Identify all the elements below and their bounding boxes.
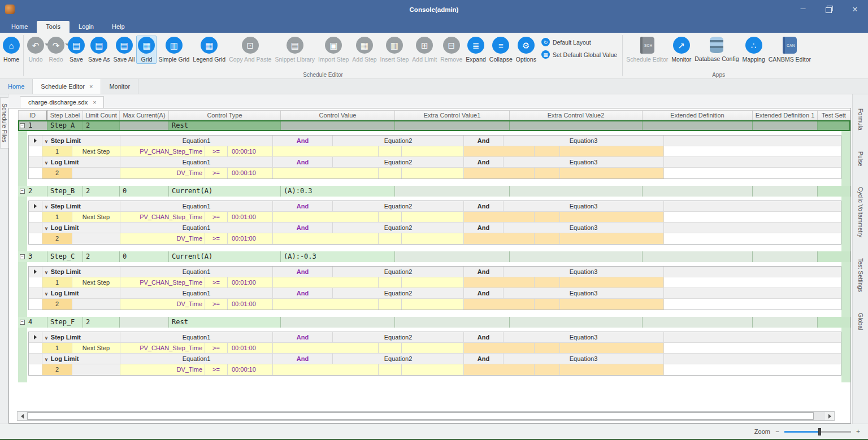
eq2-operator-cell[interactable] xyxy=(379,146,402,156)
limit-section-header[interactable]: Log LimitEquation1AndEquation2AndEquatio… xyxy=(29,223,841,233)
row-indicator-cell[interactable] xyxy=(29,233,42,244)
column-header-step-label[interactable]: Step Label xyxy=(47,110,83,120)
cell-control-type[interactable]: Rest xyxy=(169,317,281,328)
eq2-value-cell[interactable] xyxy=(402,277,464,287)
cell-max-current[interactable] xyxy=(120,120,169,131)
cell-control-value[interactable] xyxy=(281,120,395,131)
eq3-value-cell[interactable] xyxy=(560,299,664,310)
limit-section-label[interactable]: Log Limit xyxy=(42,354,120,364)
cell-extended-definition-1[interactable] xyxy=(753,186,818,197)
cell-extended-definition[interactable] xyxy=(643,186,753,197)
row-indicator-cell[interactable] xyxy=(29,343,42,353)
restore-icon[interactable] xyxy=(816,0,842,19)
eq1-operator-cell[interactable]: >= xyxy=(205,299,228,310)
limit-section-header[interactable]: Step LimitEquation1AndEquation2AndEquati… xyxy=(29,136,841,146)
cell-extended-definition[interactable] xyxy=(643,251,753,262)
eq3-value-cell[interactable] xyxy=(560,364,664,375)
right-panel-tab-pulse[interactable]: Pulse xyxy=(857,145,864,173)
expand-row-icon[interactable] xyxy=(34,138,37,143)
cell-id[interactable]: 1 xyxy=(18,120,47,131)
step-row[interactable]: 1Step_A2Rest xyxy=(18,120,850,131)
eq1-operator-cell[interactable]: >= xyxy=(205,146,228,156)
eq1-value-cell[interactable]: 00:01:00 xyxy=(228,212,273,222)
row-indicator-cell[interactable] xyxy=(29,364,42,375)
cell-control-type[interactable]: Current(A) xyxy=(169,186,281,197)
horizontal-scrollbar[interactable] xyxy=(17,411,835,421)
eq2-value-cell[interactable] xyxy=(402,233,464,244)
limit-id-cell[interactable]: 1 xyxy=(42,146,72,156)
cell-limit-count[interactable]: 2 xyxy=(83,186,120,197)
eq1-variable-cell[interactable]: PV_CHAN_Step_Time xyxy=(120,343,205,353)
cell-extended-definition-1[interactable] xyxy=(753,120,818,131)
cell-max-current[interactable] xyxy=(120,317,169,328)
zoom-in-icon[interactable]: + xyxy=(856,428,860,435)
menu-tab-tools[interactable]: Tools xyxy=(37,21,70,33)
limit-id-cell[interactable]: 2 xyxy=(42,233,72,244)
view-tab-schedule-editor[interactable]: Schedule Editor xyxy=(33,79,101,94)
eq2-operator-cell[interactable] xyxy=(379,233,402,244)
expand-button[interactable]: ≣Expand xyxy=(464,36,488,64)
goto-cell[interactable]: Next Step xyxy=(72,212,120,222)
eq2-operator-cell[interactable] xyxy=(379,168,402,178)
eq3-variable-cell[interactable] xyxy=(464,233,535,244)
limit-row[interactable]: 2DV_Time>=00:01:00 xyxy=(29,299,841,310)
eq3-value-cell[interactable] xyxy=(560,212,664,222)
eq2-value-cell[interactable] xyxy=(402,212,464,222)
goto-cell[interactable] xyxy=(72,299,120,310)
cell-control-type[interactable]: Rest xyxy=(169,120,281,131)
eq1-variable-cell[interactable]: PV_CHAN_Step_Time xyxy=(120,146,205,156)
row-indicator-cell[interactable] xyxy=(29,168,42,178)
expand-row-icon[interactable] xyxy=(34,204,37,208)
eq2-operator-cell[interactable] xyxy=(379,299,402,310)
column-header-max-current-a[interactable]: Max Current(A) xyxy=(120,110,169,120)
cell-control-value[interactable]: (A):-0.3 xyxy=(281,251,395,262)
eq1-variable-cell[interactable]: DV_Time xyxy=(120,233,205,244)
eq3-operator-cell[interactable] xyxy=(535,146,560,156)
cell-test-settings[interactable] xyxy=(818,186,850,197)
collapse-group-icon[interactable] xyxy=(20,254,25,259)
eq3-variable-cell[interactable] xyxy=(464,212,535,222)
limit-id-cell[interactable]: 1 xyxy=(42,277,72,287)
cell-extra-control-value1[interactable] xyxy=(395,251,510,262)
eq1-variable-cell[interactable]: DV_Time xyxy=(120,299,205,310)
cell-step-label[interactable]: Step_F xyxy=(47,317,83,328)
limit-section-header[interactable]: Log LimitEquation1AndEquation2AndEquatio… xyxy=(29,354,841,364)
eq1-value-cell[interactable]: 00:01:00 xyxy=(228,299,273,310)
limit-section-header[interactable]: Log LimitEquation1AndEquation2AndEquatio… xyxy=(29,157,841,168)
eq2-operator-cell[interactable] xyxy=(379,212,402,222)
column-header-test-sett[interactable]: Test Sett xyxy=(818,110,850,120)
eq3-variable-cell[interactable] xyxy=(464,364,535,375)
eq2-variable-cell[interactable] xyxy=(273,343,379,353)
eq2-variable-cell[interactable] xyxy=(273,299,379,310)
column-header-control-value[interactable]: Control Value xyxy=(281,110,395,120)
limit-section-label[interactable]: Step Limit xyxy=(42,267,120,277)
eq1-value-cell[interactable]: 00:00:10 xyxy=(228,364,273,375)
cell-limit-count[interactable]: 2 xyxy=(83,251,120,262)
limit-section-header[interactable]: Log LimitEquation1AndEquation2AndEquatio… xyxy=(29,288,841,299)
right-panel-tab-cyclic-voltammetry[interactable]: Cyclic Voltammetry xyxy=(857,180,864,244)
eq2-value-cell[interactable] xyxy=(402,343,464,353)
eq1-operator-cell[interactable]: >= xyxy=(205,233,228,244)
default-layout-button[interactable]: ↻Default Layout xyxy=(541,38,617,46)
eq1-variable-cell[interactable]: PV_CHAN_Step_Time xyxy=(120,212,205,222)
limit-row[interactable]: 2DV_Time>=00:01:00 xyxy=(29,233,841,244)
minimize-icon[interactable] xyxy=(790,0,816,19)
close-tab-icon[interactable] xyxy=(93,99,96,106)
eq2-value-cell[interactable] xyxy=(402,364,464,375)
limit-row[interactable]: 1Next StepPV_CHAN_Step_Time>=00:01:00 xyxy=(29,212,841,223)
goto-cell[interactable]: Next Step xyxy=(72,277,120,287)
limit-section-header[interactable]: Step LimitEquation1AndEquation2AndEquati… xyxy=(29,332,841,343)
eq3-value-cell[interactable] xyxy=(560,146,664,156)
eq2-operator-cell[interactable] xyxy=(379,343,402,353)
cell-limit-count[interactable]: 2 xyxy=(83,120,120,131)
eq3-operator-cell[interactable] xyxy=(535,343,560,353)
expander-cell[interactable] xyxy=(29,201,42,211)
eq2-value-cell[interactable] xyxy=(402,299,464,310)
eq1-variable-cell[interactable]: PV_CHAN_Step_Time xyxy=(120,277,205,287)
simple-grid-button[interactable]: ▥Simple Grid xyxy=(157,36,191,64)
limit-row[interactable]: 1Next StepPV_CHAN_Step_Time>=00:01:00 xyxy=(29,277,841,288)
cell-extra-control-value1[interactable] xyxy=(395,317,510,328)
collapse-button[interactable]: ≡Collapse xyxy=(488,36,514,64)
step-row[interactable]: 2Step_B20Current(A)(A):0.3 xyxy=(18,186,850,197)
eq3-operator-cell[interactable] xyxy=(535,277,560,287)
